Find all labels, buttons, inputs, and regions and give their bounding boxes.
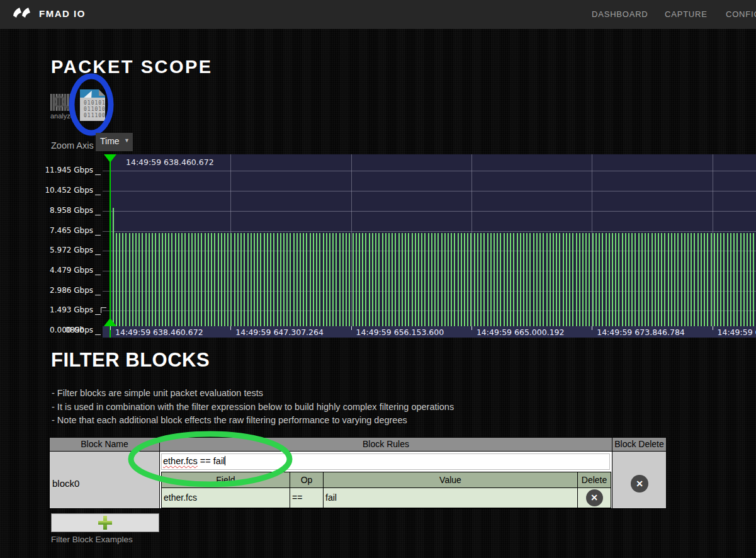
rule-op-cell[interactable]: == [290, 488, 324, 508]
rate-bar [589, 233, 590, 326]
brand-name: FMAD IO [39, 8, 86, 19]
rate-bar [218, 233, 219, 326]
rate-bar [421, 233, 422, 326]
rate-bar [303, 233, 304, 326]
rule-input-rest: == fail [198, 456, 225, 466]
rate-bar [431, 233, 432, 326]
rate-bar [214, 233, 215, 326]
analyze-icon[interactable]: analyze [50, 94, 76, 122]
rate-bar [477, 233, 478, 326]
filter-blocks-title: FILTER BLOCKS [51, 349, 210, 372]
nav-item-capture[interactable]: CAPTURE [665, 0, 708, 29]
rule-field-cell[interactable]: ether.fcs [162, 488, 290, 508]
zoom-axis-selected-value: Time [100, 136, 120, 146]
y-tick-mark [95, 314, 101, 315]
rate-bar [198, 233, 199, 326]
rate-bar [595, 233, 597, 326]
rate-bar [687, 233, 689, 326]
rate-bar [405, 233, 406, 326]
rate-bar [165, 233, 166, 326]
rate-bar [585, 233, 587, 326]
rate-bar [747, 233, 748, 326]
zoom-axis-dropdown[interactable]: Time ▼ [96, 133, 133, 151]
col-header-op: Op [290, 472, 324, 488]
brand[interactable]: FMAD IO [11, 5, 86, 22]
block-delete-button[interactable]: ✕ [631, 475, 648, 493]
rate-bar [727, 233, 728, 326]
pcap-document-icon[interactable]: 010101 011010 011100 [80, 89, 105, 121]
rate-bar [353, 233, 354, 326]
filter-block-examples-link[interactable]: Filter Block Examples [51, 535, 133, 544]
col-header-block-rules: Block Rules [160, 437, 612, 452]
filter-block-row: block0 ether.fcs == fail Field Op Value … [49, 452, 667, 509]
rate-bar [507, 233, 508, 326]
rate-bar [730, 233, 731, 326]
rate-bar [142, 233, 143, 326]
rule-expression-input[interactable]: ether.fcs == fail [161, 453, 610, 470]
rate-bar [273, 233, 274, 326]
rate-bar [116, 233, 117, 326]
y-tick-mark [95, 295, 101, 295]
rule-delete-button[interactable]: ✕ [586, 489, 603, 506]
add-filter-block-button[interactable] [51, 513, 159, 532]
rule-value-cell[interactable]: fail [324, 488, 578, 508]
rate-bar [205, 233, 206, 326]
block-name-cell: block0 [49, 452, 160, 509]
rate-bar [329, 233, 330, 326]
col-header-delete: Delete [578, 472, 611, 488]
rate-bar [181, 233, 183, 326]
rate-bar [615, 233, 616, 326]
x-tick-mark [592, 326, 592, 330]
y-tick-mark [95, 235, 101, 236]
note-line: - Filter blocks are simple unit packet e… [52, 387, 454, 401]
rate-bar [733, 233, 735, 326]
x-tick-mark [471, 326, 472, 330]
rate-bar [395, 233, 396, 326]
note-line: - Note that each additional block effect… [52, 414, 454, 428]
note-line: - It is used in combination with the fil… [52, 401, 454, 414]
zoom-axis-label: Zoom Axis [51, 140, 94, 151]
rate-bar [740, 233, 742, 326]
y-tick-mark [95, 195, 101, 195]
nav-item-config[interactable]: CONFIG [726, 0, 756, 29]
rate-bar [648, 233, 649, 326]
rate-bar [550, 233, 551, 326]
rate-bar [618, 233, 619, 326]
rules-subtable: Field Op Value Delete ether.fcs == fail … [161, 472, 611, 508]
rule-delete-cell: ✕ [578, 488, 611, 508]
rules-subtable-header-row: Field Op Value Delete [162, 472, 611, 488]
packet-rate-chart[interactable]: 14:49:59 638.460.672 11.945 Gbps10.452 G… [0, 154, 756, 338]
cursor-bottom-handle[interactable] [104, 318, 116, 326]
rate-bar [697, 233, 699, 326]
rate-bar [691, 233, 692, 326]
rate-bar [293, 233, 295, 326]
pcap-fin-glyph [84, 91, 94, 98]
y-tick-mark [95, 174, 101, 175]
y-tick-mark [95, 215, 101, 215]
rate-bar [483, 233, 485, 326]
rate-bar [474, 233, 475, 326]
chevron-down-icon: ▼ [124, 137, 130, 144]
rate-bar [664, 233, 665, 326]
rate-bar [129, 233, 130, 326]
x-tick-label: 14:49:59 665.000.192 [477, 327, 565, 337]
rate-bar [191, 233, 193, 326]
rate-bar [533, 233, 534, 326]
fmad-shark-fins-logo [11, 5, 34, 22]
rate-bar [424, 233, 426, 326]
rate-bar [313, 233, 314, 326]
time-cursor-line[interactable] [110, 154, 111, 338]
rate-bar [458, 233, 459, 326]
y-tick-mark [95, 275, 101, 275]
cursor-top-handle[interactable] [104, 154, 116, 162]
rate-bar [221, 233, 222, 326]
pcap-fold-shadow [99, 89, 105, 96]
rate-bar [290, 233, 291, 326]
page-title: PACKET SCOPE [51, 57, 213, 77]
rate-bar [316, 233, 317, 326]
rate-bar [635, 233, 636, 326]
rule-input-misspelled-token: ether.fcs [163, 456, 198, 466]
rate-bar [428, 233, 429, 326]
nav-item-dashboard[interactable]: DASHBOARD [592, 0, 648, 29]
rate-bar [251, 233, 252, 326]
